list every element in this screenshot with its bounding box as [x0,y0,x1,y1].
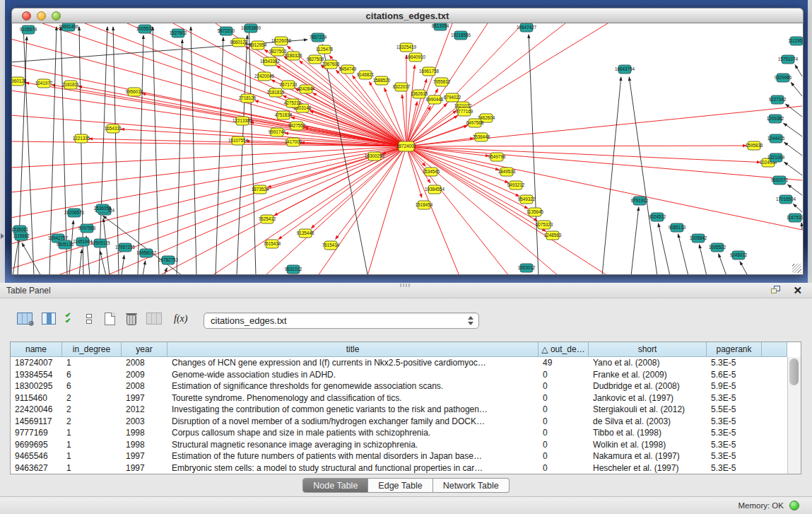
table-cell[interactable]: 0 [539,462,589,474]
table-mode-icon[interactable]: ⚙ [17,313,33,325]
table-cell[interactable]: 5.3E-5 [707,450,762,462]
table-cell[interactable]: Estimation of significance thresholds fo… [167,380,539,392]
table-row[interactable]: 1872400712008Changes of HCN gene express… [11,357,787,369]
table-cell[interactable]: 0 [539,416,589,428]
table-cell[interactable]: 1 [62,462,122,474]
table-cell[interactable]: 0 [539,427,589,439]
column-header[interactable]: in_degree [62,342,122,357]
table-row[interactable]: 1830029562008Estimation of significance … [11,380,787,392]
table-cell[interactable]: 9463627 [11,462,62,474]
tab-edge-table[interactable]: Edge Table [368,478,433,493]
function-builder-icon[interactable]: f(x) [174,313,187,325]
table-cell[interactable]: 9465546 [11,450,62,462]
table-cell[interactable]: 1 [62,427,122,439]
table-row[interactable]: 1456911722003Disruption of a novel membe… [11,416,787,428]
table-cell[interactable]: 1 [62,450,122,462]
table-cell[interactable]: 0 [539,450,589,462]
table-cell[interactable]: Investigating the contribution of common… [167,404,539,416]
table-cell[interactable]: 18300295 [11,380,62,392]
scrollbar-thumb[interactable] [789,358,799,385]
table-cell[interactable]: 0 [539,369,589,381]
table-cell[interactable]: 2 [62,404,122,416]
vertical-scrollbar[interactable] [787,357,801,474]
table-cell[interactable]: 0 [539,392,589,404]
table-cell[interactable]: 19384554 [11,369,62,381]
table-cell[interactable]: Changes of HCN gene expression and I(f) … [167,357,539,369]
table-cell[interactable]: 5.3E-5 [707,357,762,369]
float-panel-icon[interactable] [771,286,781,295]
column-header[interactable]: pagerank [707,342,762,357]
table-cell[interactable]: Corpus callosum shape and size in male p… [167,427,539,439]
table-cell[interactable]: Structural magnetic resonance image aver… [167,439,539,451]
table-cell[interactable]: 18724007 [11,357,62,369]
column-header[interactable] [762,342,787,357]
table-cell[interactable]: 1997 [122,462,167,474]
table-cell[interactable]: Jankovic et al. (1997) [589,392,707,404]
table-selector-dropdown[interactable]: citations_edges.txt [204,313,479,329]
table-cell[interactable]: Disruption of a novel member of a sodium… [167,416,539,428]
table-cell[interactable]: 2009 [122,369,167,381]
column-header[interactable]: short [589,342,707,357]
table-row[interactable]: 2242004622012Investigating the contribut… [11,404,787,416]
table-cell[interactable]: 2003 [122,416,167,428]
show-columns-icon[interactable] [42,313,56,325]
table-cell[interactable]: 2008 [122,357,167,369]
table-cell[interactable]: 9777169 [11,427,62,439]
column-header[interactable]: title [167,342,539,357]
table-cell[interactable]: 5.9E-5 [707,380,762,392]
table-cell[interactable]: 1998 [122,427,167,439]
table-row[interactable]: 946554611997Estimation of the future num… [11,450,787,462]
table-row[interactable]: 946362711997Embryonic stem cells: a mode… [11,462,787,474]
table-cell[interactable]: 49 [539,357,589,369]
table-row[interactable]: 969969511998Structural magnetic resonanc… [11,439,787,451]
column-header[interactable]: name [11,342,62,357]
select-all-icon[interactable]: ✔✔ [65,313,71,324]
row-height-icon[interactable] [86,314,92,325]
panel-collapse-arrow-icon[interactable] [1,233,4,239]
table-row[interactable]: 911546021997Tourette syndrome. Phenomeno… [11,392,787,404]
window-resize-grip[interactable] [792,264,801,273]
network-window-titlebar[interactable]: citations_edges.txt [11,8,804,23]
column-header[interactable]: year [122,342,167,357]
splitter-handle[interactable] [400,284,410,287]
table-cell[interactable]: 6 [62,369,122,381]
table-cell[interactable]: Hescheler et al. (1997) [589,462,707,474]
table-cell[interactable]: 1997 [122,392,167,404]
table-cell[interactable]: Wolkin et al. (1998) [589,439,707,451]
new-table-icon[interactable] [105,313,115,325]
table-cell[interactable]: 1997 [122,450,167,462]
table-cell[interactable]: 9699695 [11,439,62,451]
table-cell[interactable]: Nakamura et al. (1997) [589,450,707,462]
delete-table-icon[interactable] [126,313,136,325]
table-cell[interactable]: Embryonic stem cells: a model to study s… [167,462,539,474]
table-cell[interactable]: 1 [62,439,122,451]
table-cell[interactable]: Tourette syndrome. Phenomenology and cla… [167,392,539,404]
tab-node-table[interactable]: Node Table [302,478,368,493]
table-cell[interactable]: 2008 [122,380,167,392]
table-cell[interactable]: Estimation of the future numbers of pati… [167,450,539,462]
table-cell[interactable]: Franke et al. (2009) [589,369,707,381]
table-cell[interactable]: 1998 [122,439,167,451]
table-cell[interactable]: 5.3E-5 [707,427,762,439]
table-cell[interactable]: 0 [539,404,589,416]
table-cell[interactable]: de Silva et al. (2003) [589,416,707,428]
close-panel-icon[interactable]: ✕ [793,284,802,297]
table-cell[interactable]: 0 [539,439,589,451]
table-cell[interactable]: 2 [62,392,122,404]
table-cell[interactable]: Yano et al. (2008) [589,357,707,369]
table-cell[interactable]: Dudbridge et al. (2008) [589,380,707,392]
table-row[interactable]: 977716911998Corpus callosum shape and si… [11,427,787,439]
table-cell[interactable]: Stergiakouli et al. (2012) [589,404,707,416]
table-cell[interactable]: 2012 [122,404,167,416]
table-cell[interactable]: 6 [62,380,122,392]
table-cell[interactable]: 2 [62,416,122,428]
table-cell[interactable]: 9115460 [11,392,62,404]
table-cell[interactable]: 1 [62,357,122,369]
network-canvas[interactable]: 8660123891295418226058982750381863289827… [11,23,804,275]
table-cell[interactable]: 5.6E-5 [707,369,762,381]
tab-network-table[interactable]: Network Table [433,478,510,493]
table-cell[interactable]: 5.3E-5 [707,439,762,451]
table-cell[interactable]: 22420046 [11,404,62,416]
table-cell[interactable]: 5.3E-5 [707,416,762,428]
table-cell[interactable]: 14569117 [11,416,62,428]
